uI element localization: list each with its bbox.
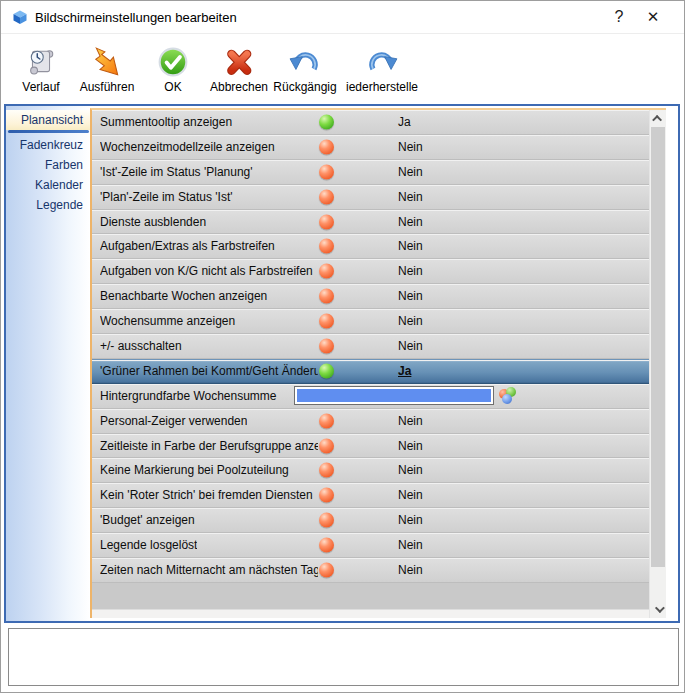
setting-label: 'Budget' anzeigen: [100, 513, 195, 527]
setting-value[interactable]: Nein: [398, 140, 423, 154]
setting-value[interactable]: Nein: [398, 239, 423, 253]
help-button[interactable]: ?: [602, 2, 636, 32]
status-orb: [319, 364, 334, 379]
settings-row[interactable]: Wochensumme anzeigen Nein: [92, 309, 649, 334]
status-orb: [319, 538, 334, 553]
undo-arrow-icon: [289, 46, 321, 78]
title-bar: Bildschirmeinstellungen bearbeiten ? ✕: [1, 1, 684, 33]
setting-label: Keine Markierung bei Poolzuteilung: [100, 463, 289, 477]
sidebar-item-fadenkreuz[interactable]: Fadenkreuz: [6, 135, 90, 155]
horizontal-scrollbar[interactable]: [92, 609, 649, 618]
abbrechen-button[interactable]: Abbrechen: [206, 46, 272, 94]
status-orb: [319, 239, 334, 254]
settings-row[interactable]: Legende losgelöst Nein: [92, 533, 649, 558]
status-orb: [319, 289, 334, 304]
settings-row[interactable]: +/- ausschalten Nein: [92, 334, 649, 359]
setting-value[interactable]: Nein: [398, 289, 423, 303]
settings-row[interactable]: Personal-Zeiger verwenden Nein: [92, 409, 649, 434]
setting-value[interactable]: Nein: [398, 513, 423, 527]
setting-label: +/- ausschalten: [100, 339, 182, 353]
setting-value[interactable]: Nein: [398, 339, 423, 353]
verlauf-button[interactable]: Verlauf: [8, 46, 74, 94]
wiederherstellen-button[interactable]: iederherstelle: [338, 46, 426, 94]
setting-value[interactable]: Nein: [398, 439, 423, 453]
close-button[interactable]: ✕: [636, 2, 670, 32]
setting-value[interactable]: Nein: [398, 264, 423, 278]
status-orb: [319, 463, 334, 478]
status-orb: [319, 438, 334, 453]
sidebar-item-legende[interactable]: Legende: [6, 195, 90, 215]
settings-row[interactable]: Benachbarte Wochen anzeigen Nein: [92, 284, 649, 309]
sidebar-item-kalender[interactable]: Kalender: [6, 175, 90, 195]
toolbar: Verlauf Ausführen OK: [1, 33, 684, 104]
window-title: Bildschirmeinstellungen bearbeiten: [35, 10, 237, 25]
setting-value[interactable]: Nein: [398, 215, 423, 229]
setting-label: Wochenzeitmodellzeile anzeigen: [100, 140, 275, 154]
setting-value[interactable]: Nein: [398, 538, 423, 552]
rueckgaengig-button[interactable]: Rückgängig: [272, 46, 338, 94]
setting-value[interactable]: Nein: [398, 165, 423, 179]
setting-value[interactable]: Nein: [398, 314, 423, 328]
setting-label: 'Ist'-Zeile im Status 'Planung': [100, 165, 253, 179]
toolbar-button-label: Ausführen: [80, 80, 135, 94]
settings-row[interactable]: 'Plan'-Zeile im Status 'Ist' Nein: [92, 185, 649, 210]
settings-row[interactable]: Zeiten nach Mitternacht am nächsten Tag …: [92, 558, 649, 583]
status-orb: [319, 338, 334, 353]
palette-blue-ball: [502, 394, 512, 404]
selected-tab-indicator: [8, 130, 89, 133]
settings-row[interactable]: Kein 'Roter Strich' bei fremden Diensten…: [92, 483, 649, 508]
settings-row[interactable]: 'Grüner Rahmen bei Kommt/Geht Änderun Ja: [92, 359, 649, 384]
setting-value[interactable]: Nein: [398, 463, 423, 477]
ok-button[interactable]: OK: [140, 46, 206, 94]
lightning-arrow-icon: [91, 46, 123, 78]
setting-value[interactable]: Nein: [398, 563, 423, 577]
setting-value[interactable]: Nein: [398, 488, 423, 502]
settings-row[interactable]: Dienste ausblenden Nein: [92, 210, 649, 235]
settings-row[interactable]: Summentooltip anzeigen Ja: [92, 110, 649, 135]
ausfuehren-button[interactable]: Ausführen: [74, 46, 140, 94]
status-orb: [319, 189, 334, 204]
scrollbar-thumb[interactable]: [651, 127, 665, 567]
toolbar-button-label: OK: [164, 80, 181, 94]
sidebar-item-planansicht[interactable]: Planansicht: [6, 110, 90, 130]
setting-label: Aufgaben von K/G nicht als Farbstreifen: [100, 264, 313, 278]
setting-value[interactable]: Nein: [398, 414, 423, 428]
setting-value[interactable]: Ja: [398, 364, 411, 378]
setting-label: Dienste ausblenden: [100, 215, 206, 229]
sidebar-item-farben[interactable]: Farben: [6, 155, 90, 175]
setting-label: Kein 'Roter Strich' bei fremden Diensten: [100, 488, 313, 502]
setting-label: Benachbarte Wochen anzeigen: [100, 289, 267, 303]
vertical-scrollbar[interactable]: [649, 110, 666, 618]
status-orb: [319, 164, 334, 179]
red-x-icon: [223, 46, 255, 78]
color-palette-icon[interactable]: [499, 387, 516, 404]
color-swatch[interactable]: [294, 386, 494, 405]
settings-dialog: Bildschirmeinstellungen bearbeiten ? ✕ V…: [0, 0, 685, 693]
setting-label: Zeitleiste in Farbe der Berufsgruppe anz…: [100, 439, 318, 453]
setting-label: Hintergrundfarbe Wochensumme: [100, 389, 277, 403]
setting-label: Personal-Zeiger verwenden: [100, 414, 247, 428]
toolbar-button-label: iederherstelle: [346, 80, 418, 94]
settings-row[interactable]: Aufgaben von K/G nicht als Farbstreifen …: [92, 259, 649, 284]
status-orb: [319, 562, 334, 577]
status-orb: [319, 139, 334, 154]
scroll-down-button[interactable]: [650, 601, 667, 618]
scroll-up-button[interactable]: [650, 110, 667, 127]
toolbar-button-label: Rückgängig: [273, 80, 336, 94]
chevron-up-icon: [652, 115, 662, 125]
status-orb: [319, 264, 334, 279]
status-orb: [319, 214, 334, 229]
settings-row[interactable]: Wochenzeitmodellzeile anzeigen Nein: [92, 135, 649, 160]
setting-label: Legende losgelöst: [100, 538, 197, 552]
settings-row[interactable]: 'Ist'-Zeile im Status 'Planung' Nein: [92, 160, 649, 185]
chevron-down-icon: [655, 603, 665, 613]
setting-label: 'Plan'-Zeile im Status 'Ist': [100, 190, 233, 204]
settings-row[interactable]: 'Budget' anzeigen Nein: [92, 508, 649, 533]
setting-value[interactable]: Nein: [398, 190, 423, 204]
settings-row[interactable]: Zeitleiste in Farbe der Berufsgruppe anz…: [92, 434, 649, 459]
settings-row[interactable]: Hintergrundfarbe Wochensumme: [92, 384, 649, 409]
settings-row[interactable]: Aufgaben/Extras als Farbstreifen Nein: [92, 234, 649, 259]
setting-value[interactable]: Ja: [398, 115, 411, 129]
green-check-icon: [157, 46, 189, 78]
settings-row[interactable]: Keine Markierung bei Poolzuteilung Nein: [92, 458, 649, 483]
